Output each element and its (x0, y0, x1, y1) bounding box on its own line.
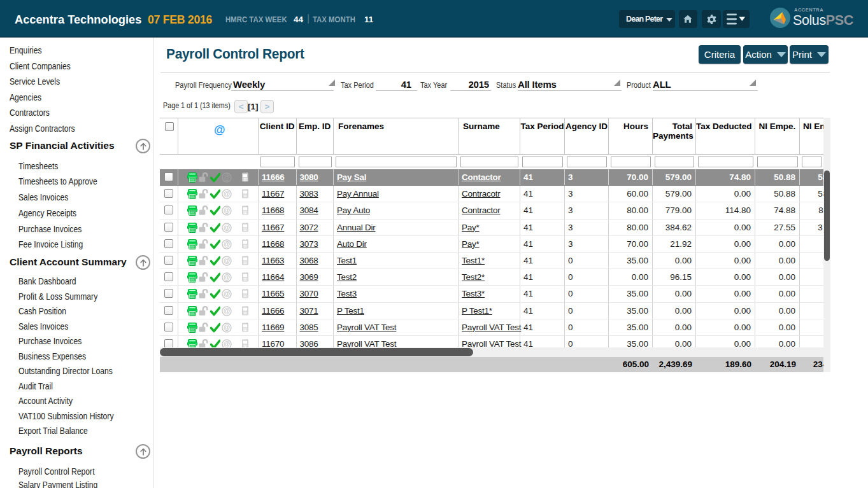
svg-text:@: @ (224, 240, 230, 247)
svg-text:@: @ (224, 307, 230, 314)
svg-text:@: @ (224, 173, 230, 181)
svg-text:@: @ (224, 223, 230, 231)
svg-text:@: @ (224, 290, 230, 298)
svg-text:@: @ (224, 207, 230, 214)
svg-text:@: @ (224, 274, 230, 281)
svg-text:@: @ (224, 323, 230, 331)
svg-text:@: @ (224, 190, 230, 198)
svg-text:@: @ (224, 256, 230, 264)
svg-text:@: @ (224, 340, 230, 347)
